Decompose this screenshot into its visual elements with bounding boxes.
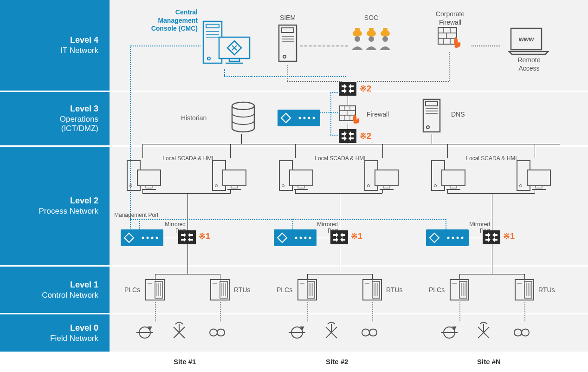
- remote-access: www Remote Access: [497, 26, 562, 72]
- sensor-2: [274, 229, 317, 248]
- svg-rect-7: [229, 59, 239, 61]
- svg-point-100: [452, 237, 454, 239]
- level-0-label: Level 0Field Network: [0, 314, 110, 352]
- svg-point-99: [447, 237, 450, 239]
- dns-label: DNS: [451, 111, 465, 119]
- bus-l3: [142, 144, 560, 144]
- conn-cmc-d: [224, 69, 225, 76]
- level-2-label: Level 2Process Network: [0, 147, 110, 265]
- scada-left-1: [125, 158, 162, 197]
- conn-siem-h: [287, 81, 342, 82]
- ref2-bot: ※2: [360, 131, 371, 141]
- svg-point-55: [426, 126, 429, 129]
- scada-right-1: [211, 158, 248, 197]
- firewall-l3-label: Firewall: [367, 111, 389, 119]
- svg-rect-74: [290, 170, 313, 186]
- svg-rect-71: [178, 230, 196, 244]
- switch-n: [483, 230, 500, 246]
- plcs-2: PLCs: [277, 286, 292, 294]
- svg-point-38: [304, 117, 306, 119]
- d1a: [142, 144, 143, 158]
- conn-sensor-sw-v: [330, 92, 331, 135]
- scada-right-2: [363, 158, 400, 197]
- svg-point-68: [147, 237, 149, 239]
- sw-drop: [348, 142, 348, 144]
- svg-rect-95: [527, 170, 550, 186]
- site-1-label: Site #1: [174, 358, 196, 365]
- conn-cmc-sw: [252, 76, 346, 77]
- svg-point-83: [295, 237, 297, 239]
- mgmt-bus: [130, 219, 446, 220]
- conn-fw-remote: [472, 46, 500, 46]
- plcs-n: PLCs: [429, 286, 445, 294]
- sensor-1: [121, 229, 163, 248]
- site-2-label: Site #2: [326, 358, 348, 365]
- rtu-icon-n: [513, 278, 536, 304]
- svg-point-69: [151, 237, 154, 239]
- conn-cfw-h: [357, 81, 449, 82]
- svg-point-62: [215, 185, 218, 187]
- level-4-label: Level 4IT Network: [0, 0, 110, 91]
- mgmt-port-1: Management Port: [114, 212, 158, 218]
- svg-point-5: [207, 57, 210, 60]
- conn-sensor-fw-h1: [320, 112, 340, 113]
- rtus-2: RTUs: [386, 286, 403, 294]
- dns-drop: [432, 134, 432, 144]
- scada-left-2: [278, 158, 315, 197]
- hist-drop: [241, 134, 242, 144]
- rtus-n: RTUs: [538, 286, 555, 294]
- svg-point-101: [457, 237, 459, 239]
- d3a: [447, 144, 448, 158]
- field-2: [287, 322, 389, 345]
- switch-1: [178, 230, 196, 246]
- cmc-label: Central Management Console (CMC): [133, 8, 198, 33]
- plc-icon-2: [296, 278, 318, 304]
- conn-siem-soc: [300, 46, 348, 46]
- svg-point-37: [299, 117, 301, 119]
- level-3-label: Level 3Operations(ICT/DMZ): [0, 92, 110, 145]
- sensor-n: [426, 229, 469, 248]
- svg-point-17: [355, 36, 360, 42]
- scada-right-n: [515, 158, 552, 197]
- conn-sensor-swb: [330, 135, 340, 136]
- svg-point-67: [142, 237, 144, 239]
- plc-icon-1: [144, 278, 166, 304]
- svg-rect-63: [223, 170, 246, 186]
- svg-rect-24: [438, 27, 457, 44]
- svg-point-84: [300, 237, 302, 239]
- ref1-2: ※1: [351, 231, 362, 241]
- site-n-label: Site #N: [477, 358, 501, 365]
- dns: [413, 98, 450, 134]
- sensor-l3: [278, 110, 320, 126]
- corp-firewall: Corporate Firewall: [422, 10, 478, 49]
- d2b: [382, 144, 383, 158]
- svg-rect-19: [369, 28, 374, 32]
- cmc-icon: [200, 19, 252, 70]
- scada-left-n: [430, 158, 467, 197]
- plc-icon-n: [448, 278, 471, 304]
- conn-cmc-left-h: [130, 46, 200, 46]
- ref1-1: ※1: [199, 231, 210, 241]
- diagram-root: Level 4IT Network Level 3Operations(ICT/…: [0, 0, 588, 372]
- svg-point-39: [308, 117, 310, 119]
- plcs-1: PLCs: [124, 286, 140, 294]
- svg-point-20: [368, 36, 374, 42]
- svg-point-78: [368, 185, 370, 187]
- svg-rect-34: [339, 82, 356, 96]
- conn-siem-d: [287, 65, 288, 81]
- svg-rect-10: [282, 28, 294, 33]
- svg-point-57: [130, 185, 132, 187]
- svg-text:www: www: [518, 35, 534, 43]
- conn-cmc-d2: [224, 76, 252, 77]
- svg-point-14: [283, 55, 286, 58]
- field-n: [439, 322, 541, 345]
- ref2-top: ※2: [360, 84, 371, 94]
- conn-sw-fw-v1: [348, 96, 348, 105]
- svg-rect-90: [442, 170, 465, 186]
- firewall-l3: [339, 105, 361, 124]
- svg-point-35: [232, 102, 254, 110]
- svg-rect-87: [330, 230, 348, 244]
- svg-rect-22: [383, 28, 388, 32]
- historian: Historian: [215, 101, 271, 134]
- scada-label-2: Local SCADA & HMI: [315, 155, 366, 162]
